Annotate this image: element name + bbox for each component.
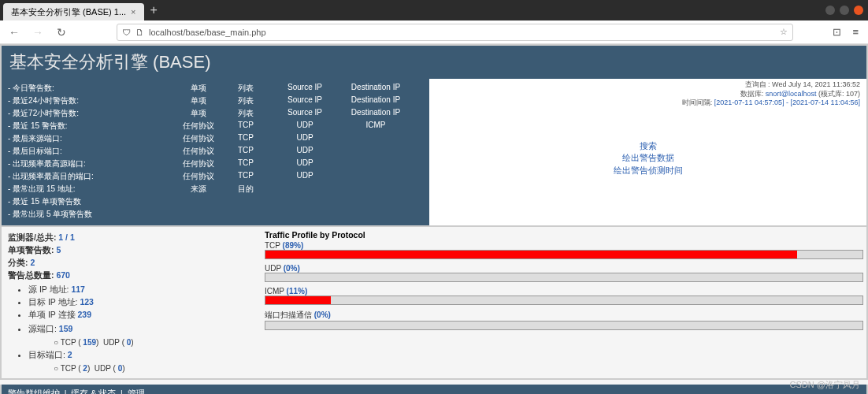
query-col[interactable]: 任何协议 (175, 133, 222, 144)
query-col[interactable]: Destination IP (340, 108, 411, 119)
tab-title: 基本安全分析引擎 (BASE) 1... (11, 6, 126, 18)
url-bar: ← → ↻ 🛡 🗋 localhost/base/base_main.php ☆… (0, 20, 868, 44)
unique-alerts-link[interactable]: 5 (56, 245, 61, 255)
close-window-icon[interactable] (854, 6, 863, 15)
window-controls (825, 6, 863, 15)
query-label[interactable]: - 最近 15 警告数: (8, 121, 175, 132)
query-col[interactable] (340, 146, 411, 157)
query-col[interactable]: 列表 (222, 108, 269, 119)
footer-link[interactable]: 警告群组维护 (8, 388, 60, 394)
query-col[interactable]: 任何协议 (175, 121, 222, 132)
query-label[interactable]: - 最近72小时警告数: (8, 108, 175, 119)
query-col[interactable]: UDP (269, 121, 340, 132)
reload-icon[interactable]: ↻ (54, 26, 69, 39)
query-col[interactable]: 目的 (222, 184, 269, 195)
query-col[interactable]: TCP (222, 121, 269, 132)
query-col[interactable]: 任何协议 (175, 158, 222, 169)
query-col[interactable]: 单项 (175, 95, 222, 106)
query-col[interactable] (340, 196, 411, 207)
browser-tab[interactable]: 基本安全分析引擎 (BASE) 1... × (3, 3, 144, 20)
protocol-pct[interactable]: (89%) (283, 241, 304, 250)
query-label[interactable]: - 最常出现 5 单项警告数 (8, 209, 175, 220)
query-col[interactable]: 单项 (175, 83, 222, 94)
query-col[interactable]: 任何协议 (175, 146, 222, 157)
shield-icon: 🛡 (122, 28, 131, 37)
query-col[interactable] (340, 158, 411, 169)
query-col[interactable]: Source IP (269, 95, 340, 106)
query-col[interactable] (175, 209, 222, 220)
query-label[interactable]: - 最近 15 单项警告数 (8, 196, 175, 207)
query-col[interactable] (340, 133, 411, 144)
protocol-pct[interactable]: (11%) (287, 287, 308, 296)
query-col[interactable]: 单项 (175, 108, 222, 119)
action-link[interactable]: 绘出警告侦测时间 (429, 165, 866, 177)
download-icon[interactable]: ⊡ (833, 26, 841, 38)
query-col[interactable]: Source IP (269, 83, 340, 94)
query-col[interactable]: UDP (269, 146, 340, 157)
db-link[interactable]: snort@localhost (766, 90, 817, 98)
protocol-pct[interactable]: (0%) (314, 310, 331, 319)
action-link[interactable]: 绘出警告数据 (429, 152, 866, 164)
query-col[interactable]: Destination IP (340, 83, 411, 94)
protocol-label: ICMP (11%) (265, 287, 863, 296)
categories-link[interactable]: 2 (30, 258, 35, 267)
dst-ip-link[interactable]: 123 (80, 297, 94, 307)
query-col[interactable]: 列表 (222, 95, 269, 106)
page-header: 基本安全分析引擎 (BASE) (0, 44, 868, 79)
src-ip-link[interactable]: 117 (71, 284, 85, 294)
query-col[interactable]: 列表 (222, 83, 269, 94)
ip-links-link[interactable]: 239 (78, 310, 92, 319)
url-text: localhost/base/base_main.php (149, 28, 266, 37)
new-tab-button[interactable]: + (150, 3, 158, 17)
query-label[interactable]: - 最常出现 15 地址: (8, 184, 175, 195)
action-links: 搜索绘出警告数据绘出警告侦测时间 (429, 140, 866, 177)
query-col[interactable]: UDP (269, 171, 340, 182)
query-label[interactable]: - 出现频率最高目的端口: (8, 171, 175, 182)
back-icon[interactable]: ← (6, 26, 22, 39)
query-col[interactable]: Destination IP (340, 95, 411, 106)
time-link[interactable]: [2021-07-11 04:57:05] - [2021-07-14 11:0… (714, 98, 860, 106)
query-col[interactable] (269, 209, 340, 220)
query-col[interactable]: Source IP (269, 108, 340, 119)
protocol-pct[interactable]: (0%) (284, 264, 300, 273)
query-col[interactable] (175, 196, 222, 207)
protocol-bar (265, 250, 863, 259)
dst-port-link[interactable]: 2 (68, 350, 72, 359)
menu-icon[interactable]: ≡ (852, 26, 859, 38)
query-col[interactable]: TCP (222, 133, 269, 144)
total-alerts-link[interactable]: 670 (56, 270, 70, 280)
query-label[interactable]: - 最近24小时警告数: (8, 95, 175, 106)
query-col[interactable] (269, 184, 340, 195)
close-icon[interactable]: × (131, 7, 135, 17)
bookmark-icon[interactable]: ☆ (780, 27, 788, 37)
query-col[interactable] (340, 171, 411, 182)
query-label[interactable]: - 最后来源端口: (8, 133, 175, 144)
list-item: 目标端口: 2 (28, 349, 246, 362)
query-col[interactable]: UDP (269, 158, 340, 169)
query-label[interactable]: - 最后目标端口: (8, 146, 175, 157)
query-col[interactable]: TCP (222, 158, 269, 169)
queried-time: 查询自 : Wed July 14, 2021 11:36:52 (682, 80, 860, 90)
query-col[interactable] (340, 209, 411, 220)
query-col[interactable]: TCP (222, 146, 269, 157)
minimize-icon[interactable] (825, 6, 835, 15)
query-label[interactable]: - 出现频率最高源端口: (8, 158, 175, 169)
query-col[interactable]: UDP (269, 133, 340, 144)
query-col[interactable] (340, 184, 411, 195)
query-col[interactable] (222, 209, 269, 220)
maximize-icon[interactable] (840, 6, 849, 15)
query-col[interactable] (222, 196, 269, 207)
query-col[interactable]: 任何协议 (175, 171, 222, 182)
query-label[interactable]: - 今日警告数: (8, 83, 175, 94)
action-link[interactable]: 搜索 (429, 140, 866, 152)
address-bar[interactable]: 🛡 🗋 localhost/base/base_main.php ☆ (117, 24, 793, 41)
footer-link[interactable]: 缓存 & 状态 (71, 388, 116, 394)
query-col[interactable] (269, 196, 340, 207)
sensor-link[interactable]: 1 / 1 (58, 232, 74, 242)
footer-link[interactable]: 管理 (128, 388, 145, 394)
list-item: 单项 IP 连接 239 (28, 309, 246, 322)
query-col[interactable]: TCP (222, 171, 269, 182)
src-port-link[interactable]: 159 (59, 324, 73, 333)
query-col[interactable]: ICMP (340, 121, 411, 132)
query-col[interactable]: 来源 (175, 184, 222, 195)
